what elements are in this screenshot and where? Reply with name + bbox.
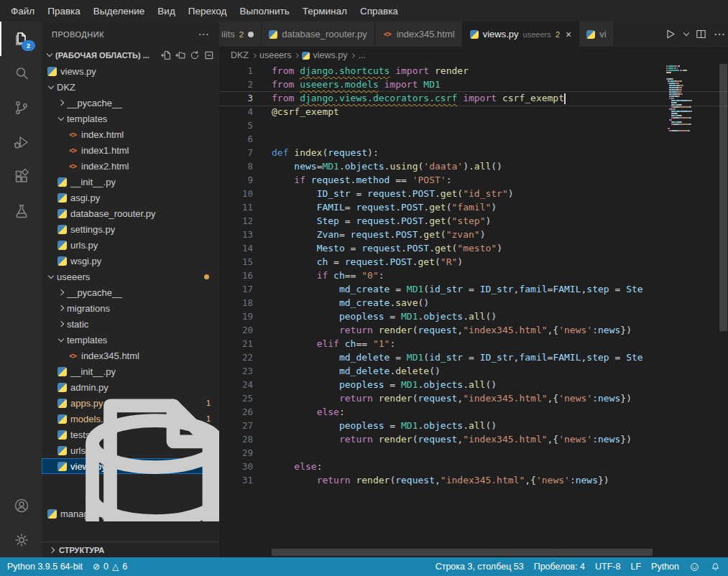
breadcrumb-item-DKZ[interactable]: DKZ <box>231 50 249 60</box>
horizontal-scrollbar[interactable] <box>272 549 674 556</box>
code-line[interactable]: 28 return render(request,"index345.html"… <box>219 432 665 446</box>
line-number[interactable]: 6 <box>219 134 253 144</box>
menu-selection[interactable]: Выделение <box>87 4 152 19</box>
activity-extensions[interactable] <box>0 159 42 194</box>
activity-explorer[interactable]: 2 <box>0 22 42 56</box>
code-line[interactable]: 22 md_delete = MD1(id_str = ID_str,famil… <box>219 350 665 364</box>
code-line[interactable]: 1from django.shortcuts import render <box>219 64 665 78</box>
line-number[interactable]: 17 <box>219 284 253 294</box>
code-editor[interactable]: 1from django.shortcuts import render2fro… <box>219 64 728 557</box>
breadcrumb-item-useeers[interactable]: useeers <box>259 50 291 60</box>
tree-item-index2.html[interactable]: <>index2.html <box>42 158 219 174</box>
activity-run-debug[interactable] <box>0 125 42 159</box>
line-number[interactable]: 31 <box>219 475 253 486</box>
line-number[interactable]: 8 <box>219 161 253 172</box>
tab-database_roouter.py[interactable]: database_roouter.py <box>262 22 375 47</box>
code-line[interactable]: 5 <box>219 119 665 132</box>
status-encoding[interactable]: UTF-8 <box>595 562 620 572</box>
tree-item-templates[interactable]: templates <box>42 332 219 348</box>
tree-item-static[interactable]: static <box>42 316 219 332</box>
line-number[interactable]: 16 <box>219 270 253 281</box>
vertical-scrollbar[interactable] <box>718 64 728 547</box>
activity-testing[interactable] <box>0 194 42 228</box>
tree-item-settings.py[interactable]: settings.py <box>42 221 219 237</box>
line-number[interactable]: 24 <box>219 379 253 390</box>
code-line[interactable]: 21 elif ch== "1": <box>219 337 665 350</box>
code-line[interactable]: 3from django.views.decorators.csrf impor… <box>219 91 665 105</box>
code-line[interactable]: 24 peopless = MD1.objects.all() <box>219 378 665 391</box>
line-number[interactable]: 25 <box>219 393 253 404</box>
collapse-all-icon[interactable] <box>203 50 215 61</box>
refresh-icon[interactable] <box>189 50 201 61</box>
breadcrumb-item-...[interactable]: ... <box>358 50 365 60</box>
line-number[interactable]: 29 <box>219 447 253 458</box>
tree-item-manage.py[interactable]: manage.py <box>42 506 219 521</box>
code-line[interactable]: 8 news=MD1.objects.using('daata').all() <box>219 159 665 173</box>
breadcrumb-item-views.py[interactable]: views.py <box>302 50 347 60</box>
code-line[interactable]: 13 Zvan= request.POST.get("zvan") <box>219 228 665 241</box>
status-eol[interactable]: LF <box>630 562 641 572</box>
line-number[interactable]: 2 <box>219 79 253 90</box>
menu-go[interactable]: Переход <box>182 4 234 19</box>
feedback-icon[interactable] <box>689 562 700 572</box>
code-line[interactable]: 10 ID_str = request.POST.get("id_str") <box>219 187 665 200</box>
line-number[interactable]: 21 <box>219 338 253 349</box>
menu-run[interactable]: Выполнить <box>233 4 295 19</box>
line-number[interactable]: 12 <box>219 215 253 226</box>
code-line[interactable]: 25 return render(request,"index345.html"… <box>219 391 665 405</box>
tree-item-templates[interactable]: templates <box>42 111 219 126</box>
line-number[interactable]: 18 <box>219 297 253 308</box>
tree-item-migrations[interactable]: migrations <box>42 300 219 316</box>
code-line[interactable]: 9 if request.method == 'POST': <box>219 173 665 187</box>
code-line[interactable]: 12 Step = request.POST.get("step") <box>219 214 665 228</box>
code-line[interactable]: 31 return render(request,"index345.html"… <box>219 473 665 487</box>
activity-accounts[interactable] <box>0 488 42 523</box>
code-line[interactable]: 15 ch = request.POST.get("R") <box>219 255 665 269</box>
line-number[interactable]: 26 <box>219 407 253 417</box>
activity-source-control[interactable] <box>0 90 42 125</box>
workspace-section-header[interactable]: (РАБОЧАЯ ОБЛАСТЬ) ... <box>42 47 219 63</box>
tree-item-__pycache__[interactable]: __pycache__ <box>42 284 219 300</box>
code-line[interactable]: 17 md_create = MD1(id_str = ID_str,famil… <box>219 282 665 296</box>
tree-item-wsgi.py[interactable]: wsgi.py <box>42 253 219 269</box>
minimap[interactable] <box>666 64 718 132</box>
split-editor-icon[interactable] <box>695 28 707 40</box>
close-tab-icon[interactable]: × <box>566 29 571 40</box>
line-number[interactable]: 20 <box>219 325 253 335</box>
status-problems[interactable]: ⊘0△6 <box>93 562 127 572</box>
line-number[interactable]: 14 <box>219 243 253 254</box>
tree-item-urls.py[interactable]: urls.py <box>42 237 219 253</box>
line-number[interactable]: 3 <box>219 93 253 103</box>
tree-item-index1.html[interactable]: <>index1.html <box>42 142 219 158</box>
code-line[interactable]: 16 if ch== "0": <box>219 269 665 282</box>
line-number[interactable]: 27 <box>219 420 253 431</box>
tab-views.py[interactable]: views.pyuseeers2× <box>463 22 580 47</box>
run-python-file-icon[interactable] <box>664 28 676 40</box>
line-number[interactable]: 7 <box>219 147 253 158</box>
tree-item-index.html[interactable]: <>index.html <box>42 126 219 142</box>
menu-edit[interactable]: Правка <box>41 4 87 19</box>
line-number[interactable]: 10 <box>219 188 253 199</box>
tree-item-__pycache__[interactable]: __pycache__ <box>42 95 219 111</box>
line-number[interactable]: 30 <box>219 461 253 472</box>
line-number[interactable]: 28 <box>219 434 253 445</box>
bell-icon[interactable] <box>710 562 721 572</box>
horizontal-scrollbar-thumb[interactable] <box>272 549 653 556</box>
code-line[interactable]: 29 <box>219 446 665 460</box>
line-number[interactable]: 4 <box>219 106 253 117</box>
code-line[interactable]: 27 peopless = MD1.objects.all() <box>219 419 665 432</box>
line-number[interactable]: 15 <box>219 256 253 267</box>
line-number[interactable]: 22 <box>219 352 253 363</box>
vertical-scrollbar-thumb[interactable] <box>719 64 727 331</box>
code-line[interactable]: 18 md_create.save() <box>219 296 665 310</box>
status-language-mode[interactable]: Python <box>651 562 679 572</box>
line-number[interactable]: 5 <box>219 120 253 131</box>
code-line[interactable]: 14 Mesto = request.POST.get("mesto") <box>219 241 665 255</box>
line-number[interactable]: 19 <box>219 311 253 322</box>
status-cursor-position[interactable]: Строка 3, столбец 53 <box>436 562 524 572</box>
more-actions-icon[interactable]: ⋯ <box>714 27 725 41</box>
code-line[interactable]: 4@csrf_exempt <box>219 105 665 119</box>
activity-search[interactable] <box>0 56 42 90</box>
tree-item-db.sqlite3[interactable]: db.sqlite3 <box>42 490 219 506</box>
activity-settings[interactable] <box>0 523 42 557</box>
